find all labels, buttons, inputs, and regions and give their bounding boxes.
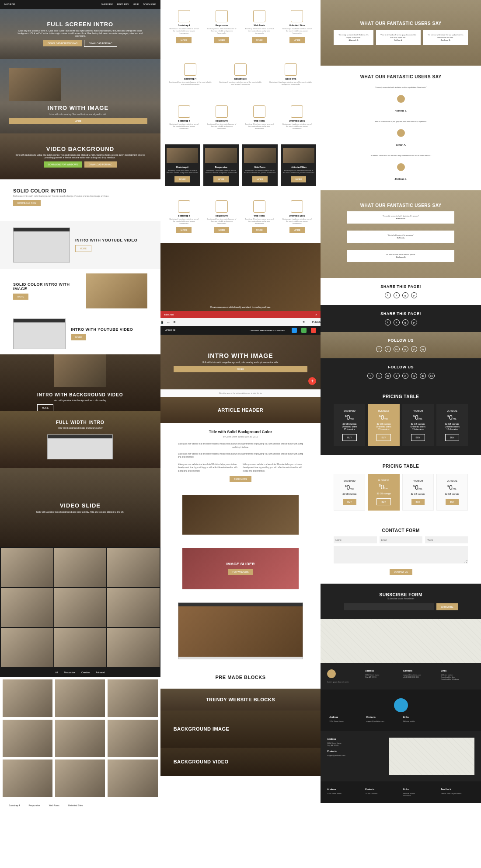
gallery-item[interactable] — [1, 548, 53, 587]
gallery-item[interactable] — [54, 588, 107, 627]
gallery-item[interactable] — [108, 760, 157, 797]
features-row-2: Bootstrap 4Bootstrap 4 has been noted as… — [160, 53, 321, 95]
desktop-icon[interactable]: 🖥 — [173, 321, 176, 323]
gallery-item[interactable] — [108, 720, 157, 757]
gallery-item[interactable] — [55, 679, 105, 717]
gallery-item[interactable] — [55, 720, 105, 757]
navbar[interactable]: MOBIRISE OVERVIEW FEATURES HELP DOWNLOAD — [0, 0, 160, 9]
tablet-icon[interactable]: ▭ — [167, 321, 170, 324]
gallery-item[interactable] — [3, 679, 52, 717]
youtube-intro-block-2: INTRO WITH YOUTUBE VIDEO MORE — [0, 313, 160, 354]
footer-map: Address1234 Street NameCity, AA 99999Con… — [321, 731, 481, 781]
nav-item[interactable]: DOWNLOAD — [143, 3, 156, 6]
gallery-item[interactable] — [107, 628, 160, 667]
bg-image-block: BACKGROUND IMAGE — [160, 710, 321, 748]
gear-icon[interactable] — [292, 328, 297, 333]
premade-label: PRE MADE BLOCKS — [160, 666, 321, 689]
google-icon[interactable]: g — [402, 292, 408, 298]
add-block-button[interactable]: + — [308, 377, 316, 385]
map-block[interactable] — [321, 619, 481, 663]
download-mac-button[interactable]: DOWNLOAD FOR MAC — [84, 40, 117, 47]
download-win-button[interactable]: DOWNLOAD FOR WINDOWS — [44, 161, 82, 168]
gallery-item[interactable] — [55, 760, 105, 797]
read-more-button[interactable]: READ MORE — [230, 476, 251, 482]
laptop-image — [86, 273, 147, 308]
testimonial-card: “Its been a while since the last update … — [423, 30, 468, 45]
drag-icon[interactable] — [301, 328, 307, 333]
gallery-filter[interactable]: AllResponsiveCreativeAnimated — [0, 668, 160, 677]
bg-video-block: INTRO WITH BACKGROUND VIDEO Intro with y… — [0, 354, 160, 411]
gallery-item[interactable] — [107, 548, 160, 587]
publish-button[interactable]: Publish — [312, 321, 321, 323]
more-button[interactable]: MORE — [37, 404, 53, 411]
device-toolbar[interactable]: 📱▭🖥 👁Publish — [160, 318, 321, 326]
gallery-item[interactable] — [107, 588, 160, 627]
footer-bottom: Address1234 Street Name Contacts+1 000 0… — [321, 781, 481, 803]
footer-map-widget[interactable] — [389, 738, 474, 775]
fullwidth-block: FULL WIDTH INTRO Intro with background i… — [0, 411, 160, 468]
preview-button[interactable]: 👁 — [303, 321, 305, 323]
editor-preview: INTRO WITH IMAGE Full width intro with i… — [160, 335, 321, 389]
cafe-image: Create awesome mobile-friendly websites!… — [160, 243, 321, 311]
quote-card: “Its been a while since the last update.… — [347, 250, 454, 262]
video-slide-block: VIDEO SLIDE Slide with youtube video bac… — [0, 468, 160, 547]
bg-video-block: BACKGROUND VIDEO — [160, 748, 321, 776]
more-button[interactable]: MORE — [75, 245, 91, 252]
subscribe-email[interactable] — [344, 603, 434, 610]
intro-thumb — [9, 68, 61, 101]
gallery-item[interactable] — [54, 548, 107, 587]
nav-item[interactable]: FEATURES — [117, 3, 129, 6]
google-icon[interactable]: g — [402, 319, 408, 326]
phone-field[interactable] — [425, 536, 468, 543]
follow-hero: FOLLOW US ftingytig — [321, 332, 481, 358]
download-button[interactable]: DOWNLOAD NOW — [13, 200, 41, 206]
delete-icon[interactable] — [311, 328, 316, 333]
name-field[interactable] — [334, 536, 376, 543]
fonts-icon — [253, 10, 265, 22]
avatar — [397, 129, 405, 137]
more-button[interactable]: MORE — [13, 294, 28, 300]
editor-titlebar: index.html ✕ — [160, 311, 321, 318]
twitter-icon[interactable]: t — [394, 319, 400, 326]
image-slider-block: IMAGE SLIDER FOR WINDOWS — [160, 541, 321, 596]
contact-form: CONTACT FORM CONTACT US — [321, 519, 481, 584]
download-win-button[interactable]: DOWNLOAD FOR WINDOWS — [43, 40, 82, 46]
nav-item[interactable]: HELP — [133, 3, 139, 6]
pinterest-icon[interactable]: p — [411, 292, 417, 298]
quote-card: “I'm really so excited with Mobirise. It… — [347, 211, 454, 224]
hero-sub: Click any text to edit or style it. Clic… — [13, 29, 147, 37]
section-title: INTRO WITH IMAGE — [9, 105, 147, 111]
subscribe-button[interactable]: SUBSCRIBE — [436, 603, 458, 610]
gallery-item[interactable] — [3, 760, 52, 797]
nav-item[interactable]: OVERVIEW — [101, 3, 113, 6]
facebook-icon[interactable]: f — [385, 319, 391, 326]
share-dark: SHARE THIS PAGE! ftgp — [321, 305, 481, 332]
responsive-icon — [216, 105, 228, 118]
mobile-icon[interactable]: 📱 — [160, 321, 164, 324]
download-mac-button[interactable]: DOWNLOAD FOR MAC — [84, 161, 117, 168]
gallery-item[interactable] — [3, 720, 52, 757]
quote-card: “First of all hands off to you guys.”Suf… — [347, 231, 454, 243]
gallery-item[interactable] — [54, 628, 107, 667]
twitter-icon[interactable]: t — [394, 292, 400, 298]
bootstrap-icon — [178, 10, 190, 22]
pinterest-icon[interactable]: p — [411, 319, 417, 326]
gallery-item[interactable] — [1, 628, 53, 667]
avatar — [397, 95, 405, 103]
contact-button[interactable]: CONTACT US — [390, 569, 412, 575]
close-icon[interactable]: ✕ — [315, 313, 317, 316]
email-field[interactable] — [380, 536, 422, 543]
gallery-item[interactable] — [108, 679, 157, 717]
facebook-icon[interactable]: f — [385, 292, 391, 298]
testimonials-quote: WHAT OUR FANTASTIC USERS SAY “I'm really… — [321, 190, 481, 278]
message-field[interactable] — [334, 546, 468, 564]
more-button[interactable]: MORE — [9, 118, 147, 124]
more-button[interactable]: MORE — [71, 334, 86, 340]
hero-fullscreen: FULL SCREEN INTRO Click any text to edit… — [0, 9, 160, 59]
media-block — [160, 489, 321, 541]
globe-icon — [291, 10, 303, 22]
mobirise-logo-icon — [394, 698, 408, 712]
gallery-item[interactable] — [1, 588, 53, 627]
hero-title: FULL SCREEN INTRO — [13, 21, 147, 28]
image-gallery-dark — [0, 547, 160, 668]
